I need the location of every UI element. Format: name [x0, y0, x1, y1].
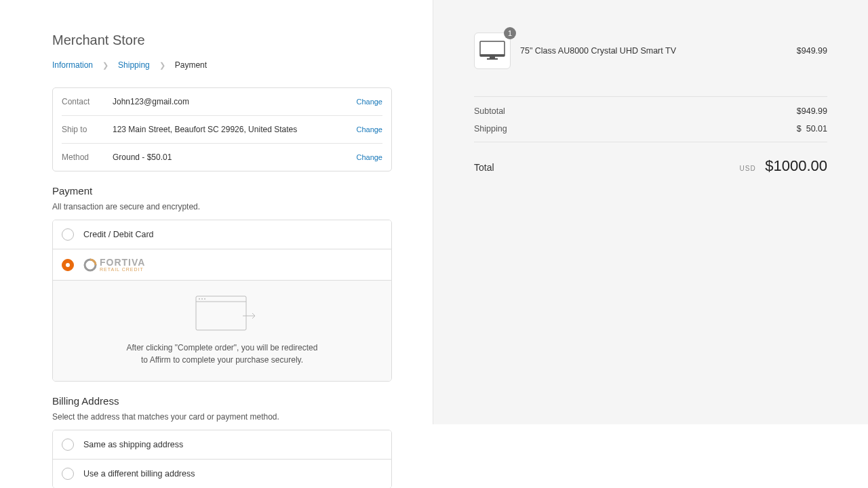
review-box: Contact John123@gmail.com Change Ship to…	[52, 87, 392, 171]
review-row-contact: Contact John123@gmail.com Change	[62, 88, 382, 116]
qty-badge: 1	[504, 27, 516, 39]
tv-icon	[479, 41, 505, 61]
contact-label: Contact	[62, 97, 113, 106]
shipto-value: 123 Main Street, Beaufort SC 29926, Unit…	[113, 125, 356, 134]
total-row: Total USD $1000.00	[474, 157, 827, 175]
svg-point-3	[199, 298, 200, 300]
subtotal-value: $949.99	[797, 106, 827, 116]
change-method-link[interactable]: Change	[356, 153, 382, 161]
contact-value: John123@gmail.com	[113, 97, 356, 106]
billing-sub: Select the address that matches your car…	[52, 412, 392, 422]
radio-unselected-icon	[62, 468, 74, 480]
billing-diff-option[interactable]: Use a different billing address	[53, 460, 391, 488]
subtotal-row: Subtotal $949.99	[474, 106, 827, 116]
shipping-value: $ 50.01	[797, 124, 827, 134]
payment-sub: All transaction are secure and encrypted…	[52, 202, 392, 211]
cart-item: 1 75" Class AU8000 Crystal UHD Smart TV …	[474, 33, 827, 69]
cart-item-name: 75" Class AU8000 Crystal UHD Smart TV	[520, 46, 787, 56]
billing-heading: Billing Address	[52, 395, 392, 407]
chevron-right-icon: ❯	[159, 61, 165, 70]
payment-options: Credit / Debit Card FORTIVA RETAIL CREDI…	[52, 220, 392, 382]
svg-rect-8	[480, 54, 505, 56]
total-currency: USD	[739, 165, 755, 172]
breadcrumb-payment: Payment	[175, 60, 207, 70]
subtotal-label: Subtotal	[474, 106, 505, 116]
fortiva-mark-icon	[83, 258, 97, 272]
fortiva-logo: FORTIVA RETAIL CREDIT	[83, 258, 145, 272]
total-label: Total	[474, 162, 494, 173]
fortiva-brand-text: FORTIVA	[100, 258, 145, 267]
payment-option-fortiva[interactable]: FORTIVA RETAIL CREDIT	[53, 249, 391, 281]
method-label: Method	[62, 152, 113, 162]
billing-same-option[interactable]: Same as shipping address	[53, 430, 391, 460]
svg-point-4	[201, 298, 203, 300]
store-title: Merchant Store	[52, 33, 392, 48]
shipto-label: Ship to	[62, 125, 113, 134]
browser-redirect-icon	[195, 296, 250, 331]
billing-diff-label: Use a different billing address	[83, 469, 195, 479]
order-summary: 1 75" Class AU8000 Crystal UHD Smart TV …	[433, 0, 868, 424]
chevron-right-icon: ❯	[102, 61, 108, 70]
radio-unselected-icon	[62, 439, 74, 451]
svg-rect-7	[480, 41, 505, 56]
change-shipto-link[interactable]: Change	[356, 125, 382, 134]
payment-heading: Payment	[52, 185, 392, 197]
fortiva-sub-text: RETAIL CREDIT	[100, 267, 145, 272]
breadcrumb-shipping[interactable]: Shipping	[118, 60, 150, 70]
breadcrumb: Information ❯ Shipping ❯ Payment	[52, 60, 392, 70]
radio-unselected-icon	[62, 228, 74, 241]
review-row-shipto: Ship to 123 Main Street, Beaufort SC 299…	[62, 116, 382, 144]
billing-same-label: Same as shipping address	[83, 440, 183, 449]
svg-rect-10	[487, 58, 498, 60]
svg-rect-9	[490, 56, 495, 58]
product-thumbnail	[474, 33, 511, 69]
divider	[474, 96, 827, 97]
redirect-text: After clicking "Complete order", you wil…	[121, 342, 324, 366]
cart-thumb-wrap: 1	[474, 33, 511, 69]
review-row-method: Method Ground - $50.01 Change	[62, 144, 382, 171]
shipping-row: Shipping $ 50.01	[474, 124, 827, 134]
checkout-main: Merchant Store Information ❯ Shipping ❯ …	[0, 0, 433, 488]
divider	[474, 142, 827, 142]
svg-point-5	[204, 298, 205, 300]
cart-item-price: $949.99	[797, 46, 827, 56]
radio-selected-icon	[62, 259, 74, 271]
payment-option-card[interactable]: Credit / Debit Card	[53, 220, 391, 249]
total-amount: $1000.00	[765, 157, 827, 174]
shipping-label: Shipping	[474, 124, 507, 134]
billing-options: Same as shipping address Use a different…	[52, 430, 392, 488]
method-value: Ground - $50.01	[113, 152, 356, 162]
breadcrumb-information[interactable]: Information	[52, 60, 93, 70]
payment-redirect-panel: After clicking "Complete order", you wil…	[53, 281, 391, 381]
change-contact-link[interactable]: Change	[356, 98, 382, 106]
card-option-label: Credit / Debit Card	[83, 230, 154, 239]
